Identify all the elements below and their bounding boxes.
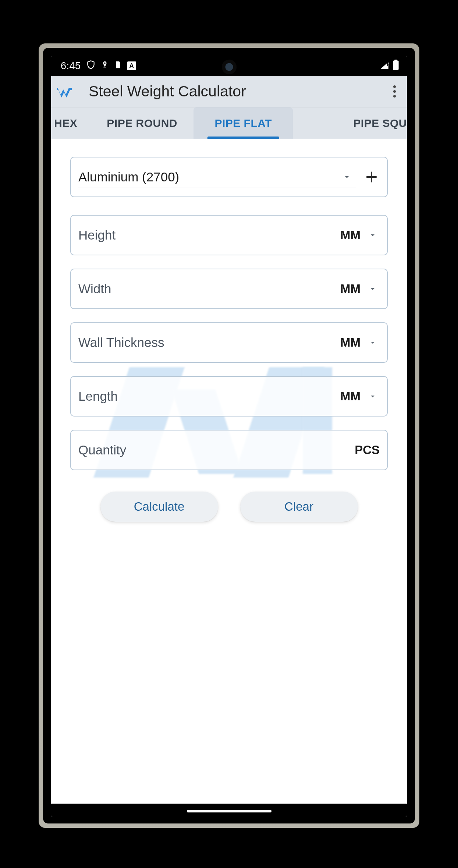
length-field[interactable]: Length MM — [70, 376, 388, 417]
tab-label: PIPE FLAT — [214, 117, 272, 130]
camera-notch — [222, 60, 237, 74]
navigation-bar — [51, 804, 407, 817]
tab-pipe-round[interactable]: PIPE ROUND — [90, 107, 194, 139]
svg-rect-1 — [103, 67, 106, 67]
wall-thickness-field[interactable]: Wall Thickness MM — [70, 322, 388, 363]
signal-icon: ! — [380, 60, 389, 72]
svg-point-0 — [104, 62, 106, 64]
tab-label: HEX — [54, 117, 77, 130]
unit-value: MM — [340, 336, 361, 350]
add-material-button[interactable] — [361, 167, 382, 187]
svg-rect-5 — [394, 60, 397, 61]
gesture-handle[interactable] — [187, 810, 271, 812]
tab-pipe-square[interactable]: PIPE SQU — [293, 107, 407, 139]
material-field: Aluminium (2700) — [70, 157, 388, 197]
action-buttons: Calculate Clear — [70, 492, 388, 522]
height-field[interactable]: Height MM — [70, 215, 388, 255]
sd-card-icon — [114, 60, 122, 72]
screen: 6:45 A ! — [51, 56, 407, 817]
dropdown-caret-icon — [338, 168, 356, 186]
device-bezel: 6:45 A ! — [43, 48, 415, 823]
unit-dropdown[interactable] — [363, 226, 382, 244]
tab-label: PIPE SQU — [353, 117, 407, 130]
status-right-icons: ! — [380, 60, 399, 72]
quantity-field[interactable]: Quantity PCS — [70, 430, 388, 470]
location-icon — [101, 60, 109, 72]
overflow-menu-button[interactable] — [386, 83, 403, 100]
calculate-button[interactable]: Calculate — [100, 492, 218, 522]
shield-icon — [86, 60, 96, 72]
unit-dropdown[interactable] — [363, 333, 382, 352]
unit-value: MM — [340, 282, 361, 296]
field-label: Quantity — [78, 443, 355, 457]
unit-dropdown[interactable] — [363, 280, 382, 298]
field-label: Height — [78, 228, 340, 242]
field-label: Width — [78, 281, 340, 296]
battery-icon — [393, 60, 399, 72]
unit-value: MM — [340, 389, 361, 403]
app-logo-icon — [56, 85, 78, 98]
unit-value: MM — [340, 228, 361, 242]
status-time: 6:45 — [61, 60, 81, 72]
width-field[interactable]: Width MM — [70, 269, 388, 309]
tab-label: PIPE ROUND — [107, 117, 177, 130]
text-badge-icon: A — [127, 61, 136, 70]
field-label: Wall Thickness — [78, 335, 340, 350]
svg-rect-4 — [393, 60, 398, 70]
svg-text:!: ! — [388, 62, 389, 66]
watermark-icon — [97, 345, 362, 500]
unit-value: PCS — [355, 443, 380, 457]
unit-dropdown[interactable] — [363, 387, 382, 405]
field-label: Length — [78, 389, 340, 404]
material-select[interactable]: Aluminium (2700) — [78, 166, 356, 188]
app-title: Steel Weight Calculator — [83, 83, 386, 100]
tab-pipe-flat[interactable]: PIPE FLAT — [194, 107, 293, 139]
device-frame: 6:45 A ! — [39, 43, 419, 828]
material-selected-value: Aluminium (2700) — [78, 170, 338, 184]
tab-bar: HEX PIPE ROUND PIPE FLAT PIPE SQU — [51, 107, 407, 139]
clear-button[interactable]: Clear — [240, 492, 358, 522]
status-bar: 6:45 A ! — [51, 56, 407, 76]
tab-hex[interactable]: HEX — [51, 107, 90, 139]
app-bar: Steel Weight Calculator — [51, 76, 407, 107]
status-left-icons: A — [86, 60, 136, 72]
form-content: Aluminium (2700) Height MM — [51, 139, 407, 804]
